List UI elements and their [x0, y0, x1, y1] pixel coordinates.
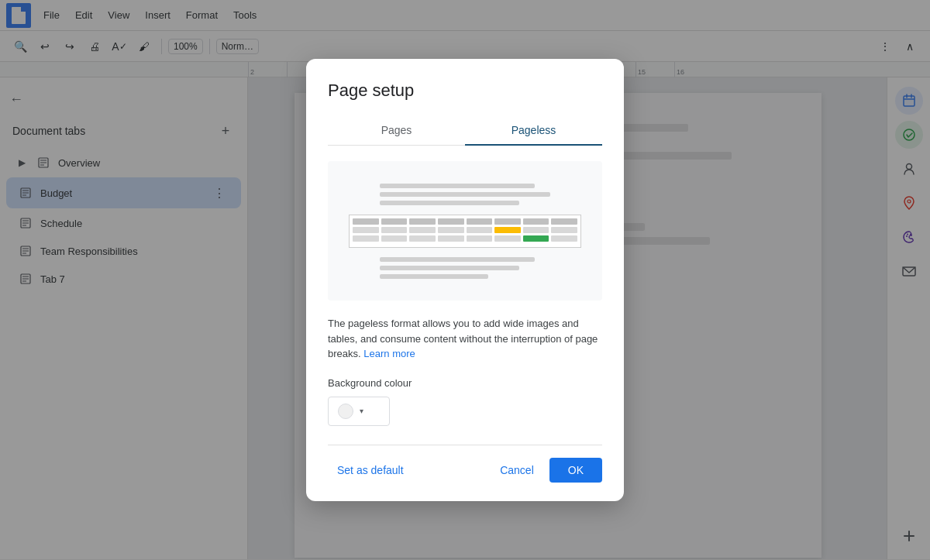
modal-tab-bar: Pages Pageless	[328, 116, 602, 146]
table-header-cell	[523, 218, 549, 225]
table-cell-green	[523, 235, 549, 242]
modal-overlay: Page setup Pages Pageless	[0, 0, 930, 560]
background-colour-picker[interactable]: ▾	[328, 397, 390, 426]
preview-text-line	[380, 266, 519, 270]
cancel-button[interactable]: Cancel	[491, 458, 543, 483]
table-header-cell	[551, 218, 577, 225]
dropdown-arrow-icon: ▾	[360, 407, 363, 415]
table-header-cell	[438, 218, 464, 225]
app-background: File Edit View Insert Format Tools 🔍 ↩ ↪…	[0, 0, 930, 560]
learn-more-link[interactable]: Learn more	[363, 348, 415, 359]
preview-text-line	[380, 257, 535, 262]
table-cell	[438, 235, 464, 242]
preview-table-area	[349, 215, 581, 248]
table-cell	[467, 235, 493, 242]
table-cell	[353, 227, 379, 233]
page-setup-modal: Page setup Pages Pageless	[306, 59, 624, 501]
preview-text-line	[380, 184, 535, 188]
background-colour-label: Background colour	[328, 377, 602, 389]
table-header-cell	[381, 218, 408, 225]
table-cell	[551, 235, 577, 242]
table-header-cell	[494, 218, 521, 225]
preview-text-line	[380, 274, 488, 279]
table-cell	[409, 235, 436, 242]
modal-title: Page setup	[328, 81, 602, 101]
table-cell	[353, 235, 379, 242]
set-as-default-button[interactable]: Set as default	[328, 458, 413, 483]
table-header-cell	[409, 218, 436, 225]
preview-text-line	[380, 192, 550, 197]
table-cell	[551, 227, 577, 233]
modal-footer: Set as default Cancel OK	[328, 445, 602, 483]
table-cell	[381, 227, 408, 233]
table-cell	[438, 227, 464, 233]
tab-pages[interactable]: Pages	[328, 116, 465, 146]
table-cell	[494, 235, 521, 242]
ok-button[interactable]: OK	[549, 458, 602, 483]
color-swatch	[338, 404, 353, 419]
table-cell	[409, 227, 436, 233]
table-header-cell	[467, 218, 493, 225]
table-header-cell	[353, 218, 379, 225]
preview-text-line	[380, 201, 519, 205]
tab-pageless[interactable]: Pageless	[465, 116, 602, 146]
pageless-description: The pageless format allows you to add wi…	[328, 316, 602, 362]
table-cell	[523, 227, 549, 233]
modal-action-buttons: Cancel OK	[491, 458, 602, 483]
table-cell-yellow	[494, 227, 521, 233]
pageless-preview	[328, 161, 602, 301]
table-cell	[381, 235, 408, 242]
table-cell	[467, 227, 493, 233]
